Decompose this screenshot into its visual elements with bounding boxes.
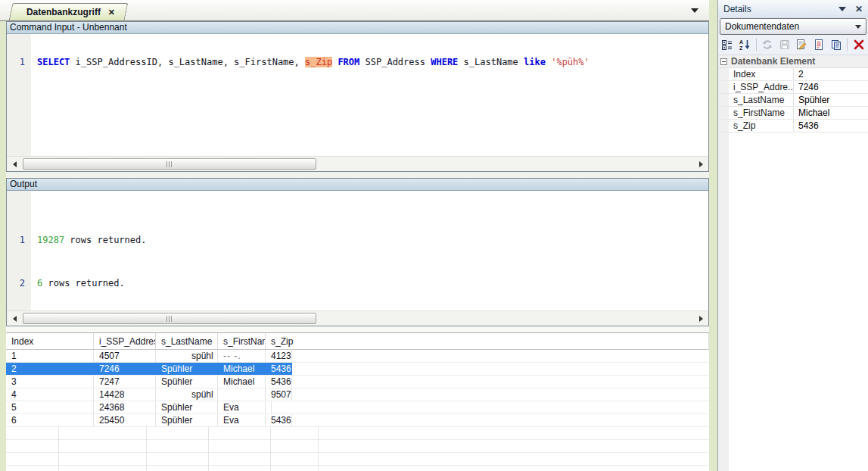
table-row[interactable]: 524368SpühlerEva <box>6 401 709 414</box>
column-header[interactable]: i_SSP_AddressID <box>94 333 156 349</box>
property-value[interactable]: 5436 <box>794 120 868 132</box>
refresh-icon[interactable] <box>760 37 774 52</box>
scroll-right-button[interactable] <box>693 311 708 326</box>
property-row[interactable]: s_LastName Spühler <box>718 94 868 107</box>
collapse-minus-icon[interactable] <box>720 58 727 65</box>
table-cell[interactable] <box>266 401 272 413</box>
table-row[interactable]: 37247SpühlerMichael5436 <box>6 376 709 388</box>
column-header[interactable] <box>703 333 709 349</box>
output-log[interactable]: 119287 rows returned. 26 rows returned. … <box>7 191 708 310</box>
dock-splitter[interactable] <box>709 0 717 471</box>
table-empty-area <box>6 427 709 471</box>
scroll-right-button[interactable] <box>693 157 708 171</box>
table-cell[interactable]: -- -. <box>218 350 266 362</box>
table-cell[interactable]: 3 <box>6 376 94 388</box>
property-value[interactable]: 2 <box>794 68 868 80</box>
output-panel: Output 119287 rows returned. 26 rows ret… <box>6 178 709 326</box>
tab-label: Datenbankzugriff <box>26 7 101 17</box>
scrollbar-thumb[interactable] <box>23 313 316 324</box>
table-cell[interactable]: 6 <box>6 414 94 426</box>
table-cell[interactable]: 24368 <box>94 401 156 413</box>
copy-icon[interactable] <box>829 37 844 52</box>
document-area: Datenbankzugriff ✕ Command Input - Unben… <box>0 0 709 471</box>
property-value[interactable]: 7246 <box>794 81 868 93</box>
table-cell[interactable]: 5 <box>6 401 94 413</box>
table-row[interactable]: 14507spühl-- -.4123 <box>6 350 709 363</box>
column-header[interactable]: s_FirstName <box>218 333 266 349</box>
document-data-dropdown[interactable]: Dokumentendaten <box>720 18 866 35</box>
property-value[interactable]: Spühler <box>794 94 868 106</box>
table-cell[interactable] <box>218 388 266 401</box>
table-cell[interactable]: spühl <box>156 350 218 362</box>
property-row[interactable]: i_SSP_Addre... 7246 <box>718 81 868 94</box>
property-name: s_FirstName <box>718 107 794 119</box>
sql-editor[interactable]: 1SELECT i_SSP_AddressID, s_LastName, s_F… <box>7 34 708 156</box>
table-cell[interactable]: 4507 <box>94 350 156 362</box>
table-cell[interactable]: Spühler <box>156 376 218 388</box>
details-close-icon[interactable]: ✕ <box>855 4 863 14</box>
arrow-left-icon <box>13 316 17 322</box>
property-grid: Datenbank Element Index 2 i_SSP_Addre...… <box>718 55 868 471</box>
panel-splitter[interactable] <box>6 172 709 178</box>
output-header: Output <box>7 179 708 191</box>
table-cell[interactable]: 4 <box>6 388 94 401</box>
property-name: s_LastName <box>718 94 794 106</box>
table-cell[interactable]: 7247 <box>94 376 156 388</box>
command-input-panel: Command Input - Unbennant 1SELECT i_SSP_… <box>6 21 709 172</box>
table-cell[interactable]: Eva <box>218 414 266 426</box>
table-cell[interactable]: Spühler <box>156 363 218 375</box>
delete-icon[interactable] <box>851 37 866 52</box>
app-window: Datenbankzugriff ✕ Command Input - Unben… <box>0 0 868 471</box>
window-position-chevron-down-icon[interactable] <box>838 7 846 11</box>
toolbar-separator <box>756 39 757 51</box>
table-row[interactable]: 414428spühl9507 <box>6 388 709 401</box>
table-cell[interactable]: 1 <box>6 350 94 362</box>
table-cell[interactable]: 9507 <box>266 388 292 401</box>
table-cell[interactable]: 5436 <box>266 363 292 375</box>
table-cell[interactable]: 5436 <box>266 414 292 426</box>
property-row[interactable]: s_FirstName Michael <box>718 107 868 120</box>
property-row[interactable]: Index 2 <box>718 68 868 81</box>
column-header[interactable]: s_LastName <box>156 333 218 349</box>
document-icon[interactable] <box>812 37 826 52</box>
toolbar-separator <box>847 39 848 51</box>
horizontal-scrollbar[interactable] <box>7 156 708 171</box>
table-cell[interactable]: 25450 <box>94 414 156 426</box>
property-value[interactable]: Michael <box>794 107 868 119</box>
dropdown-chevron-down-icon <box>855 25 861 29</box>
edit-icon[interactable] <box>795 37 809 52</box>
column-header[interactable]: Index <box>6 333 94 349</box>
table-cell[interactable]: 5436 <box>266 376 292 388</box>
table-body: 14507spühl-- -.4123 27246SpühlerMichael5… <box>6 350 709 427</box>
property-row[interactable]: s_Zip 5436 <box>718 120 868 133</box>
sql-statement[interactable]: SELECT i_SSP_AddressID, s_LastName, s_Fi… <box>37 57 590 68</box>
table-row[interactable]: 27246SpühlerMichael5436 <box>6 363 709 376</box>
table-cell[interactable]: 14428 <box>94 388 156 401</box>
sort-alphabetical-icon[interactable]: AZ <box>738 37 752 52</box>
category-row[interactable]: Datenbank Element <box>718 55 868 68</box>
save-icon[interactable] <box>777 37 792 52</box>
column-header[interactable]: s_Zip <box>266 333 703 349</box>
table-cell[interactable]: Michael <box>218 376 266 388</box>
table-cell[interactable]: spühl <box>156 388 218 401</box>
panel-splitter[interactable] <box>6 326 709 332</box>
horizontal-scrollbar[interactable] <box>7 310 708 326</box>
table-cell[interactable]: Michael <box>218 363 266 375</box>
arrow-right-icon <box>699 316 703 322</box>
table-cell[interactable]: Spühler <box>156 401 218 413</box>
arrow-right-icon <box>699 161 703 167</box>
scrollbar-thumb[interactable] <box>23 158 316 170</box>
tab-datenbankzugriff[interactable]: Datenbankzugriff ✕ <box>9 3 129 20</box>
tab-close-icon[interactable]: ✕ <box>108 8 115 17</box>
table-row[interactable]: 625450SpühlerEva5436 <box>6 414 709 427</box>
table-cell[interactable]: Eva <box>218 401 266 413</box>
table-cell[interactable]: 4123 <box>266 350 292 362</box>
arrow-left-icon <box>13 161 17 167</box>
scroll-left-button[interactable] <box>7 311 22 326</box>
categorized-icon[interactable] <box>720 37 735 52</box>
tab-overflow-chevron-down-icon[interactable] <box>691 8 698 13</box>
table-cell[interactable]: Spühler <box>156 414 218 426</box>
table-cell[interactable]: 7246 <box>94 363 156 375</box>
scroll-left-button[interactable] <box>7 157 22 171</box>
table-cell[interactable]: 2 <box>6 363 94 375</box>
